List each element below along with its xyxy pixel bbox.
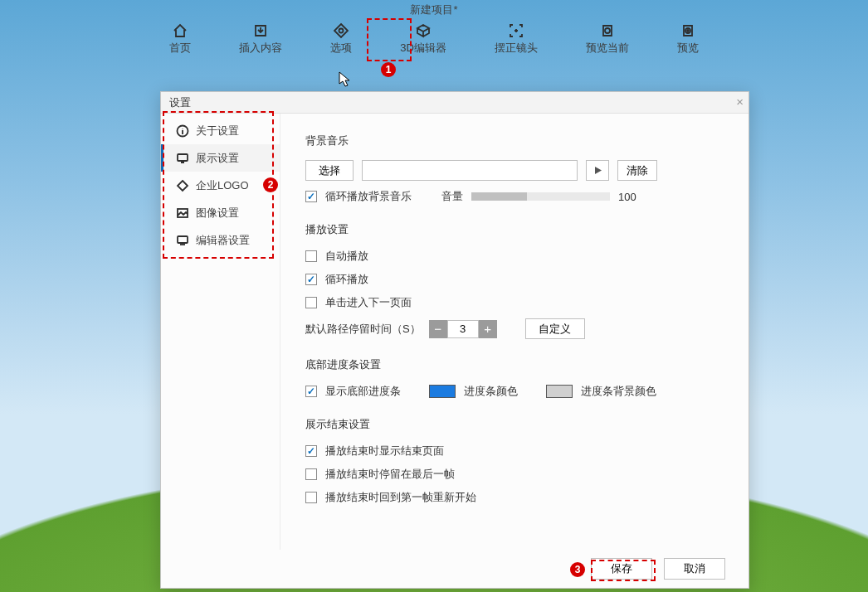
toolbar-3d-editor[interactable]: 3D编辑器 (393, 21, 453, 64)
preview-current-icon (599, 22, 616, 39)
stay-last-label: 播放结束时停留在最后一帧 (325, 467, 455, 482)
toolbar-label: 摆正镜头 (495, 41, 538, 56)
main-toolbar: 新建项目* 首页 插入内容 选项 3D编辑器 摆正镜头 预览当前 预览 (0, 0, 868, 65)
sidebar-item-label: 企业LOGO (196, 178, 249, 193)
toolbar-label: 预览当前 (586, 41, 629, 56)
options-icon (333, 22, 349, 39)
progress-section: 底部进度条设置 显示底部进度条 进度条颜色 进度条背景颜色 (305, 357, 724, 399)
show-end-label: 播放结束时显示结束页面 (325, 444, 444, 459)
display-icon (176, 152, 189, 165)
select-music-button[interactable]: 选择 (305, 160, 354, 181)
sidebar-item-label: 编辑器设置 (196, 233, 250, 248)
cube-icon (415, 22, 432, 39)
volume-label: 音量 (441, 189, 463, 204)
preview-icon (680, 22, 696, 39)
focus-icon (508, 22, 524, 39)
save-button[interactable]: 保存 (591, 558, 652, 580)
svg-point-1 (605, 28, 610, 33)
svg-point-0 (339, 29, 344, 33)
show-end-checkbox[interactable] (305, 445, 317, 457)
close-icon[interactable]: × (736, 95, 744, 109)
stay-time-stepper: − + (429, 320, 497, 338)
sidebar-item-label: 关于设置 (196, 124, 239, 138)
toolbar-label: 选项 (330, 41, 352, 56)
clear-button[interactable]: 清除 (617, 160, 657, 181)
bar-color-label: 进度条颜色 (464, 384, 518, 399)
click-next-label: 单击进入下一页面 (325, 295, 412, 310)
annotation-badge-2: 2 (263, 177, 278, 192)
section-title: 背景音乐 (305, 133, 724, 148)
section-title: 展示结束设置 (305, 417, 724, 432)
volume-value: 100 (618, 191, 636, 203)
volume-slider[interactable] (471, 192, 610, 201)
toolbar-preview[interactable]: 预览 (671, 21, 705, 64)
section-title: 播放设置 (305, 222, 724, 237)
loop-music-label: 循环播放背景音乐 (325, 189, 412, 204)
toolbar-label: 预览 (677, 41, 699, 56)
toolbar-insert[interactable]: 插入内容 (232, 21, 289, 64)
bg-color-swatch[interactable] (546, 385, 573, 398)
playback-section: 播放设置 自动播放 循环播放 单击进入下一页面 默认路径停留时间（S） − (305, 222, 724, 339)
play-icon (593, 166, 602, 175)
dialog-footer: 保存 取消 (161, 550, 749, 588)
diamond-icon (176, 179, 189, 192)
play-button[interactable] (586, 160, 609, 181)
sidebar-item-display[interactable]: 展示设置 (161, 144, 280, 172)
loop-music-checkbox[interactable] (305, 191, 317, 202)
toolbar-label: 插入内容 (239, 41, 282, 56)
image-icon (176, 206, 189, 220)
show-progress-label: 显示底部进度条 (325, 384, 401, 399)
sidebar-item-label: 图像设置 (196, 206, 239, 221)
sidebar-item-about[interactable]: 关于设置 (161, 117, 280, 144)
svg-point-2 (685, 28, 690, 33)
annotation-badge-3: 3 (570, 562, 585, 577)
settings-dialog: 设置 × 关于设置 展示设置 企业LOGO 图像设置 编辑器设置 (160, 91, 749, 589)
sidebar-item-editor[interactable]: 编辑器设置 (161, 226, 280, 254)
info-icon (176, 124, 189, 138)
toolbar-preview-current[interactable]: 预览当前 (579, 21, 636, 64)
loop-play-checkbox[interactable] (305, 274, 317, 285)
autoplay-label: 自动播放 (325, 249, 368, 264)
autoplay-checkbox[interactable] (305, 250, 317, 262)
toolbar-label: 首页 (169, 41, 191, 56)
dialog-sidebar: 关于设置 展示设置 企业LOGO 图像设置 编辑器设置 (161, 114, 280, 550)
loop-play-label: 循环播放 (325, 272, 368, 287)
toolbar-home[interactable]: 首页 (163, 21, 197, 64)
dialog-content: 背景音乐 选择 清除 循环播放背景音乐 音量 100 (280, 114, 749, 550)
home-icon (172, 22, 188, 39)
section-title: 底部进度条设置 (305, 357, 724, 372)
click-next-checkbox[interactable] (305, 297, 317, 308)
bar-color-swatch[interactable] (429, 385, 456, 398)
stay-time-input[interactable] (447, 320, 479, 338)
increment-button[interactable]: + (479, 320, 497, 338)
decrement-button[interactable]: − (429, 320, 447, 338)
sidebar-item-image[interactable]: 图像设置 (161, 199, 280, 226)
monitor-icon (176, 234, 189, 247)
svg-rect-7 (178, 236, 188, 243)
toolbar-label: 3D编辑器 (400, 41, 446, 56)
toolbar-camera-align[interactable]: 摆正镜头 (488, 21, 544, 64)
stay-last-checkbox[interactable] (305, 468, 317, 480)
insert-icon (252, 22, 269, 39)
show-progress-checkbox[interactable] (305, 386, 317, 397)
sidebar-item-logo[interactable]: 企业LOGO (161, 172, 280, 199)
sidebar-item-label: 展示设置 (196, 151, 239, 166)
toolbar-options[interactable]: 选项 (324, 21, 358, 64)
bg-color-label: 进度条背景颜色 (581, 384, 656, 399)
project-title: 新建项目* (0, 0, 868, 17)
bg-music-section: 背景音乐 选择 清除 循环播放背景音乐 音量 100 (305, 133, 724, 204)
dialog-title: 设置 (169, 95, 191, 110)
end-section: 展示结束设置 播放结束时显示结束页面 播放结束时停留在最后一帧 播放结束时回到第… (305, 417, 724, 505)
restart-checkbox[interactable] (305, 492, 317, 503)
cursor-icon (339, 71, 352, 90)
dialog-header: 设置 × (161, 92, 749, 114)
annotation-badge-1: 1 (381, 62, 396, 77)
svg-rect-5 (178, 154, 188, 161)
cancel-button[interactable]: 取消 (664, 558, 725, 580)
music-path-input[interactable] (362, 160, 578, 181)
svg-point-3 (687, 30, 689, 32)
custom-button[interactable]: 自定义 (525, 318, 585, 339)
stay-time-label: 默认路径停留时间（S） (305, 322, 421, 337)
restart-label: 播放结束时回到第一帧重新开始 (325, 490, 476, 505)
